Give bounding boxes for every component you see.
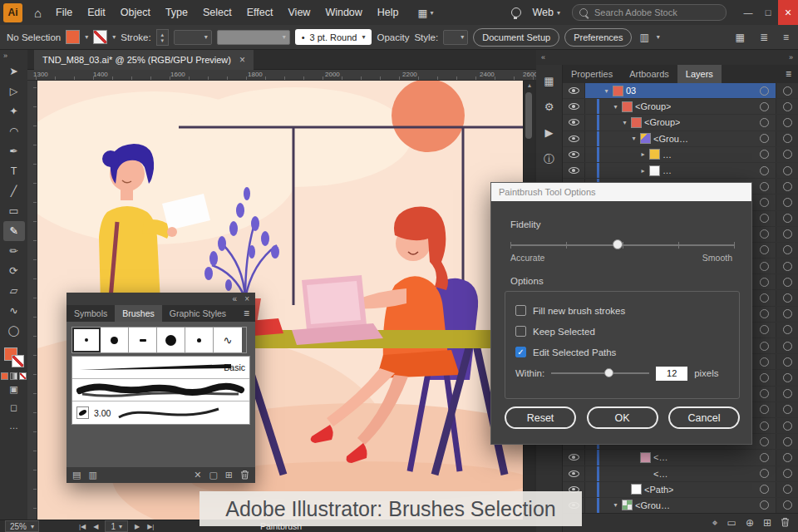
brush-swatch[interactable] [157,328,185,352]
close-button[interactable]: × [778,0,798,25]
selection-circle[interactable] [783,198,792,207]
lasso-tool[interactable]: ◠ [3,121,25,141]
selection-circle[interactable] [783,389,792,398]
rectangle-tool[interactable]: ▭ [3,201,25,221]
checkbox-edit-selected-paths[interactable]: ✓Edit Selected Paths [515,342,729,362]
target-circle[interactable] [760,278,769,287]
stroke-weight-dropdown[interactable]: ▾ [174,30,212,45]
selection-circle[interactable] [783,182,792,191]
fidelity-slider-handle[interactable] [613,239,623,249]
checkbox-fill-new-brush-strokes[interactable]: Fill new brush strokes [515,300,729,321]
stock-search[interactable] [572,4,727,21]
layer-row[interactable]: <… [563,450,798,466]
tab-layers[interactable]: Layers [677,65,722,83]
expander-icon[interactable]: ▾ [602,87,611,95]
layer-row[interactable]: ▾<Group> [563,99,798,115]
layer-main[interactable]: ▾<Group> [585,99,776,114]
artboard-navigation-field[interactable]: 1 ▾ [105,520,128,532]
layer-row[interactable]: ▾<Grou… [563,131,798,147]
menu-effect[interactable]: Effect [239,0,281,25]
visibility-toggle[interactable] [563,99,585,114]
tab-graphic-styles[interactable]: Graphic Styles [162,305,234,322]
checkbox-box[interactable]: ✓ [515,347,526,357]
brush-options-icon[interactable]: ▢ [209,470,217,480]
remove-brush-stroke-icon[interactable]: ✕ [194,470,201,480]
visibility-toggle[interactable] [563,466,585,481]
fidelity-slider[interactable] [510,239,734,251]
selection-circle[interactable] [783,342,792,351]
new-sublayer-icon[interactable]: ⊕ [746,517,754,529]
scroll-up-icon[interactable]: ▴ [524,81,535,91]
locate-object-icon[interactable]: ⌖ [712,517,718,529]
layer-main[interactable]: ▸… [585,163,776,178]
target-circle[interactable] [760,357,769,367]
gradient-swatch[interactable] [10,372,17,380]
layer-main[interactable]: <Path> [585,482,776,497]
brushes-panel-titlebar[interactable]: « × [66,293,255,305]
dialog-ok-button[interactable]: OK [587,406,658,429]
panel-menu-icon[interactable]: ≡ [781,32,791,43]
brush-swatch[interactable] [101,328,129,352]
target-circle[interactable] [760,389,769,398]
brush-definition-dropdown[interactable]: • 3 pt. Round ▾ [295,29,372,45]
tab-brushes[interactable]: Brushes [115,305,162,322]
visibility-toggle[interactable] [563,131,585,146]
within-slider[interactable] [551,367,649,379]
libraries-panel-icon[interactable]: ▥ [88,470,96,480]
target-circle[interactable] [760,437,769,446]
brush-libraries-icon[interactable]: ▤ [72,470,81,480]
fill-swatch[interactable] [66,30,80,44]
paintbrush-tool[interactable]: ✎ [3,221,25,241]
screen-mode-icon[interactable]: ◻ [3,398,25,416]
selection-circle[interactable] [783,166,792,175]
selection-circle[interactable] [783,453,792,462]
target-circle[interactable] [760,262,769,271]
layer-row[interactable]: ▾<Grou… [563,498,798,514]
visibility-toggle[interactable] [563,450,585,465]
layer-row[interactable]: ▾<Group> [563,115,798,131]
selection-circle[interactable] [783,500,792,510]
layers-panel-menu-icon[interactable]: ≡ [779,65,798,83]
expander-icon[interactable]: ▾ [629,135,638,142]
prev-artboard-button[interactable]: ◀ [91,523,100,530]
checkbox-keep-selected[interactable]: Keep Selected [515,321,729,342]
tab-artboards[interactable]: Artboards [621,65,677,83]
zoom-tool[interactable]: ◯ [3,321,25,341]
dock-grid-icon[interactable]: ▦ [733,32,747,43]
discover-bulb-icon[interactable] [511,7,521,17]
layer-main[interactable]: ▾<Group> [585,115,776,130]
pencil-tool[interactable]: ✏ [3,241,25,261]
expander-icon[interactable]: ▾ [611,501,620,509]
workspace-grid-icon[interactable]: ▦ ▾ [418,7,434,19]
brush-row[interactable] [72,379,249,401]
checkbox-box[interactable] [515,305,526,316]
expander-icon[interactable]: ▸ [638,150,648,158]
selection-circle[interactable] [783,437,792,446]
selection-circle[interactable] [783,150,792,159]
visibility-toggle[interactable] [563,163,585,178]
dialog-reset-button[interactable]: Reset [505,406,576,429]
expander-icon[interactable]: ▾ [620,119,629,126]
selection-circle[interactable] [783,485,792,494]
none-swatch[interactable] [19,372,27,380]
tab-symbols[interactable]: Symbols [66,305,115,322]
brush-row[interactable]: 3.00 [72,401,249,424]
collapse-panel-icon[interactable]: « [233,294,238,303]
target-circle[interactable] [760,198,769,207]
dialog-cancel-button[interactable]: Cancel [668,406,740,429]
selection-circle[interactable] [783,373,792,382]
selection-circle[interactable] [783,293,792,303]
target-circle[interactable] [760,229,769,239]
layer-main[interactable]: ▸… [585,147,776,162]
stroke-weight-stepper[interactable]: ▴▾ [156,29,169,46]
new-layer-icon[interactable]: ⊞ [763,517,771,529]
menu-edit[interactable]: Edit [80,0,113,25]
collapse-dock-icon[interactable]: » [789,53,793,62]
layer-row[interactable]: ▸… [563,163,798,179]
layer-main[interactable]: <… [585,466,776,481]
close-tab-icon[interactable]: × [239,54,245,66]
actions-icon[interactable]: ▶ [545,126,554,139]
visibility-toggle[interactable] [563,115,585,130]
magic-wand-tool[interactable]: ✦ [3,101,25,121]
visibility-toggle[interactable] [563,147,585,162]
